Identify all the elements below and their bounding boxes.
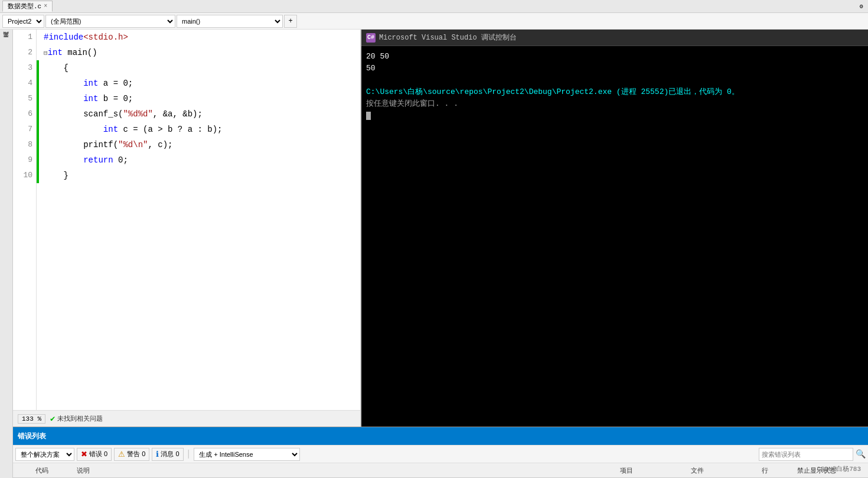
collapse-icon: ⊟	[44, 50, 48, 57]
scanf-fmt: "%d%d"	[123, 109, 152, 119]
code-line-9: return 0;	[44, 152, 355, 168]
code-line-7: int c = (a > b ? a : b);	[44, 122, 355, 137]
build-select[interactable]: 生成 + IntelliSense	[194, 448, 300, 461]
fn-main: main()	[67, 48, 97, 57]
include-header: <stdio.h>	[83, 32, 128, 42]
code-area[interactable]: 1 2 3 4 5 6 7 8 9 10	[13, 30, 360, 410]
sidebar-left: 数据类型 工具箱	[0, 30, 13, 478]
status-text: 未找到相关问题	[57, 414, 103, 423]
console-header: C# Microsoft Visual Studio 调试控制台	[361, 30, 868, 46]
scanf-args: , &a, &b);	[153, 109, 203, 119]
editor-container: 1 2 3 4 5 6 7 8 9 10	[13, 30, 868, 478]
error-scope-select[interactable]: 整个解决方案	[15, 448, 74, 461]
col-header-desc: 说明	[74, 466, 618, 475]
info-count-btn[interactable]: ℹ 消息 0	[152, 448, 183, 461]
code-line-2: ⊟int main()	[44, 45, 355, 60]
project-select[interactable]: Project2	[2, 15, 44, 28]
console-line-3	[366, 74, 863, 86]
main-area: 数据类型 工具箱 1 2 3 4 5 6 7 8 9	[0, 30, 868, 478]
console-line-2: 50	[366, 63, 863, 74]
printf-fmt: "%d\n"	[118, 140, 148, 149]
col-header-project: 项目	[618, 466, 688, 475]
line-num-1: 1	[17, 30, 32, 45]
printf-args: , c);	[148, 140, 172, 149]
code-line-8: printf("%d\n", c);	[44, 137, 355, 152]
tab-label: 数据类型.c	[8, 2, 41, 11]
line-num-3: 3	[17, 60, 32, 76]
var-b: b = 0;	[103, 94, 133, 103]
warning-icon: ⚠	[118, 450, 125, 459]
warning-count-btn[interactable]: ⚠ 警告 0	[114, 448, 149, 461]
line-numbers: 1 2 3 4 5 6 7 8 9 10	[13, 30, 37, 410]
sidebar-item-1[interactable]: 数据类型	[1, 31, 12, 38]
error-table-header: 代码 说明 项目 文件 行 禁止显示状态	[13, 463, 868, 478]
line-num-2: 2	[17, 45, 32, 60]
console-line-5: 按任意键关闭此窗口. . .	[366, 98, 863, 110]
toolbar: Project2 (全局范围) main() +	[0, 13, 868, 30]
info-label: 消息 0	[161, 450, 179, 459]
search-icon[interactable]: 🔍	[856, 449, 866, 459]
line4-indent	[44, 79, 83, 88]
status-ok: ✔ 未找到相关问题	[50, 414, 103, 424]
function-select[interactable]: main()	[177, 15, 283, 28]
brace-open: {	[44, 63, 68, 73]
kw-include: #include	[44, 32, 83, 42]
error-list-bar: 错误列表	[13, 427, 868, 445]
col-header-code: 代码	[33, 466, 74, 475]
console-icon: C#	[366, 33, 376, 43]
bottom-panel: 错误列表 整个解决方案 ✖ 错误 0 ⚠ 警告 0 ℹ 消息 0 |	[13, 427, 868, 478]
error-icon: ✖	[81, 450, 87, 459]
kw-int-main: int	[48, 48, 68, 57]
console-line-1: 20 50	[366, 51, 863, 63]
info-icon: ℹ	[156, 450, 159, 459]
tab-active[interactable]: 数据类型.c ×	[2, 1, 53, 12]
col-header-line: 行	[759, 466, 795, 475]
separator: |	[186, 449, 192, 460]
brace-close: }	[44, 171, 68, 180]
zoom-control[interactable]: 133 %	[18, 414, 45, 424]
title-bar-tabs: 数据类型.c ×	[2, 1, 53, 12]
pin-btn[interactable]: +	[284, 15, 297, 28]
line-num-6: 6	[17, 106, 32, 122]
settings-icon[interactable]: ⚙	[857, 3, 866, 10]
line-num-9: 9	[17, 152, 32, 168]
col-header-file: 文件	[688, 466, 759, 475]
line-num-5: 5	[17, 91, 32, 106]
line-num-7: 7	[17, 122, 32, 137]
left-panel: 1 2 3 4 5 6 7 8 9 10	[13, 30, 868, 427]
line8-indent	[44, 140, 83, 149]
ok-icon: ✔	[50, 414, 55, 424]
console-cursor	[366, 112, 371, 120]
code-line-10: }	[44, 168, 355, 183]
watermark: CSDN@白杨783	[817, 464, 861, 473]
code-line-4: int a = 0;	[44, 76, 355, 91]
console-pane: C# Microsoft Visual Studio 调试控制台 20 50 5…	[361, 30, 868, 427]
console-body[interactable]: 20 50 50 C:\Users\白杨\source\repos\Projec…	[361, 46, 868, 427]
sidebar-item-2[interactable]: 工具箱	[1, 38, 12, 45]
zoom-label: 133 %	[22, 415, 41, 422]
kw-return: return	[83, 155, 118, 165]
editor-pane: 1 2 3 4 5 6 7 8 9 10	[13, 30, 361, 427]
error-list-title: 错误列表	[18, 431, 46, 441]
scope-select[interactable]: (全局范围)	[45, 15, 175, 28]
tab-close-btn[interactable]: ×	[44, 3, 47, 9]
line9-indent	[44, 155, 83, 165]
editor-status-bar: 133 % ✔ 未找到相关问题	[13, 410, 360, 427]
title-bar: 数据类型.c × ⚙	[0, 0, 868, 13]
line-num-4: 4	[17, 76, 32, 91]
line5-indent	[44, 94, 83, 103]
error-search: 🔍	[759, 448, 866, 461]
console-line-4: C:\Users\白杨\source\repos\Project2\Debug\…	[366, 86, 863, 98]
error-search-input[interactable]	[759, 448, 853, 461]
code-line-5: int b = 0;	[44, 91, 355, 106]
code-line-1: #include<stdio.h>	[44, 30, 355, 45]
warning-label: 警告 0	[127, 450, 145, 459]
line7-indent	[44, 125, 103, 134]
error-count-btn[interactable]: ✖ 错误 0	[77, 448, 112, 461]
kw-int-b: int	[83, 94, 103, 103]
kw-int-a: int	[83, 79, 103, 88]
code-lines[interactable]: #include<stdio.h> ⊟int main() { int a = …	[39, 30, 360, 410]
scanf-call: scanf_s(	[83, 109, 123, 119]
console-cursor-line	[366, 110, 863, 122]
line-num-10: 10	[17, 168, 32, 183]
